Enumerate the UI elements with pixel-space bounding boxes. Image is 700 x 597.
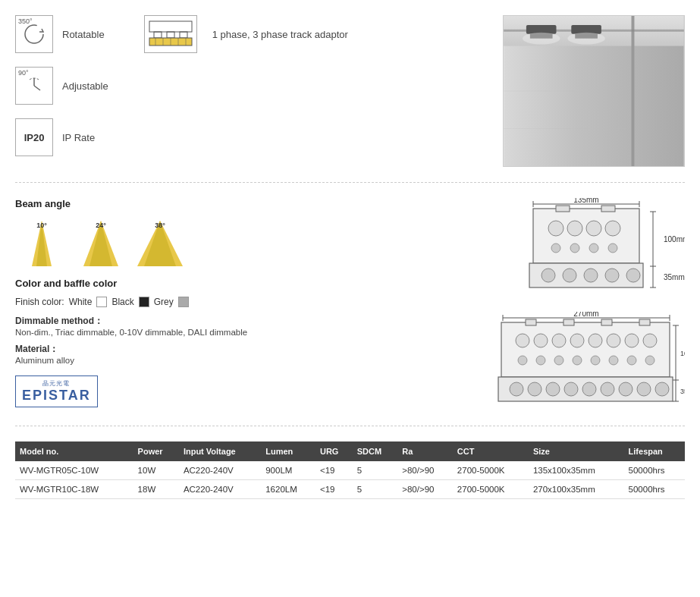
adjustable-icon-box: 90° — [15, 67, 53, 105]
epistar-name: EPISTAR — [22, 388, 91, 404]
rotatable-label: Rotatable — [62, 29, 105, 40]
svg-text:24°: 24° — [96, 222, 106, 229]
svg-rect-1 — [149, 21, 192, 32]
svg-point-95 — [546, 382, 560, 396]
epistar-logo: 晶元光電 EPISTAR — [15, 375, 98, 407]
beam-24-svg: 24° — [74, 217, 127, 270]
cell-0-8: 135x100x35mm — [529, 461, 624, 480]
svg-point-78 — [552, 334, 566, 347]
svg-point-87 — [573, 356, 582, 365]
svg-point-0 — [25, 25, 43, 43]
svg-point-93 — [510, 382, 523, 396]
col-sdcm: SDCM — [353, 441, 397, 461]
diagrams-right: 135mm 100mm 35mm — [472, 198, 685, 410]
col-lumen: Lumen — [261, 441, 315, 461]
svg-point-99 — [619, 382, 633, 396]
cell-0-4: <19 — [315, 461, 353, 480]
cell-0-5: 5 — [353, 461, 397, 480]
svg-point-88 — [591, 356, 600, 365]
svg-point-77 — [534, 334, 548, 347]
svg-text:35mm: 35mm — [680, 388, 685, 395]
svg-point-89 — [609, 356, 618, 365]
material-title: Material： — [15, 344, 58, 354]
epistar-chinese: 晶元光電 — [22, 379, 91, 388]
beam-10-svg: 10° — [15, 217, 68, 270]
feature-rotatable: 350° Rotatable — [15, 15, 488, 53]
cell-0-1: 10W — [133, 461, 179, 480]
svg-point-86 — [554, 356, 563, 365]
beam-38deg: 38° — [133, 217, 187, 270]
svg-point-85 — [536, 356, 545, 365]
beam-section: Beam angle 10° 24° — [15, 198, 685, 426]
beam-24deg: 24° — [74, 217, 127, 270]
white-swatch — [96, 297, 107, 307]
adjustable-label: Adjustable — [62, 80, 108, 92]
svg-point-94 — [528, 382, 541, 396]
cell-1-3: 1620LM — [261, 480, 315, 499]
svg-point-51 — [570, 244, 579, 253]
cell-1-4: <19 — [315, 480, 353, 499]
cell-0-0: WV-MGTR05C-10W — [15, 461, 133, 480]
svg-point-80 — [589, 334, 602, 347]
feature-adjustable: 90° Adjustable — [15, 67, 488, 105]
grey-swatch — [178, 297, 189, 307]
svg-text:270mm: 270mm — [573, 312, 598, 318]
cell-1-5: 5 — [353, 480, 397, 499]
svg-point-57 — [584, 269, 598, 282]
diagram-small: 135mm 100mm 35mm — [472, 198, 685, 297]
track-adaptor-icon — [148, 20, 193, 49]
beam-title: Beam angle — [15, 198, 457, 209]
svg-point-100 — [637, 382, 651, 396]
material-section: Material： Aluminum alloy — [15, 343, 457, 365]
col-size: Size — [529, 441, 624, 461]
svg-point-53 — [608, 244, 617, 253]
svg-point-96 — [564, 382, 578, 396]
ip-icon-box: IP20 — [15, 118, 53, 156]
svg-point-47 — [567, 221, 582, 236]
svg-point-98 — [601, 382, 614, 396]
dimmable-section: Dimmable method： Non-dim., Triac dimmabl… — [15, 315, 457, 337]
top-section: 350° Rotatable — [15, 15, 685, 183]
adjust-degree-label: 90° — [18, 69, 29, 77]
svg-text:38°: 38° — [155, 222, 165, 229]
svg-point-56 — [563, 269, 576, 282]
svg-rect-71 — [501, 322, 670, 377]
feature-ip: IP20 IP Rate — [15, 118, 488, 156]
svg-text:35mm: 35mm — [664, 273, 685, 281]
svg-point-90 — [627, 356, 636, 365]
table-section: Model no. Power Input Voltage Lumen URG … — [15, 441, 685, 499]
cell-0-3: 900LM — [261, 461, 315, 480]
svg-point-49 — [605, 221, 620, 236]
svg-point-58 — [605, 269, 619, 282]
table-row: WV-MGTR05C-10W10WAC220-240V900LM<195>80/… — [15, 461, 685, 480]
dimmable-title: Dimmable method： — [15, 316, 103, 326]
black-swatch — [139, 297, 149, 307]
rotate-degree-label: 350° — [18, 17, 33, 25]
svg-point-97 — [582, 382, 596, 396]
svg-rect-43 — [533, 209, 639, 263]
svg-point-82 — [625, 334, 639, 347]
color-section: Color and baffle color Finish color: Whi… — [15, 278, 457, 307]
grey-label: Grey — [154, 297, 174, 307]
col-voltage: Input Voltage — [179, 441, 261, 461]
cell-0-7: 2700-5000K — [453, 461, 529, 480]
rotate-icon — [21, 21, 47, 47]
col-cct: CCT — [453, 441, 529, 461]
svg-text:100mm: 100mm — [680, 350, 685, 357]
col-lifespan: Lifespan — [624, 441, 685, 461]
cell-1-0: WV-MGTR10C-18W — [15, 480, 133, 499]
cell-0-9: 50000hrs — [624, 461, 685, 480]
svg-text:135mm: 135mm — [573, 198, 598, 204]
adjust-icon — [24, 75, 45, 96]
cell-1-6: >80/>90 — [397, 480, 453, 499]
diagram-small-svg: 135mm 100mm 35mm — [488, 198, 685, 297]
product-photo-svg — [504, 16, 684, 166]
svg-rect-73 — [563, 319, 574, 325]
product-photo — [503, 15, 685, 167]
svg-point-91 — [645, 356, 654, 365]
table-row: WV-MGTR10C-18W18WAC220-240V1620LM<195>80… — [15, 480, 685, 499]
svg-rect-13 — [632, 16, 635, 166]
specs-table: Model no. Power Input Voltage Lumen URG … — [15, 441, 685, 499]
svg-rect-4 — [180, 32, 187, 38]
dimmable-text: Non-dim., Triac dimmable, 0-10V dimmable… — [15, 328, 457, 337]
